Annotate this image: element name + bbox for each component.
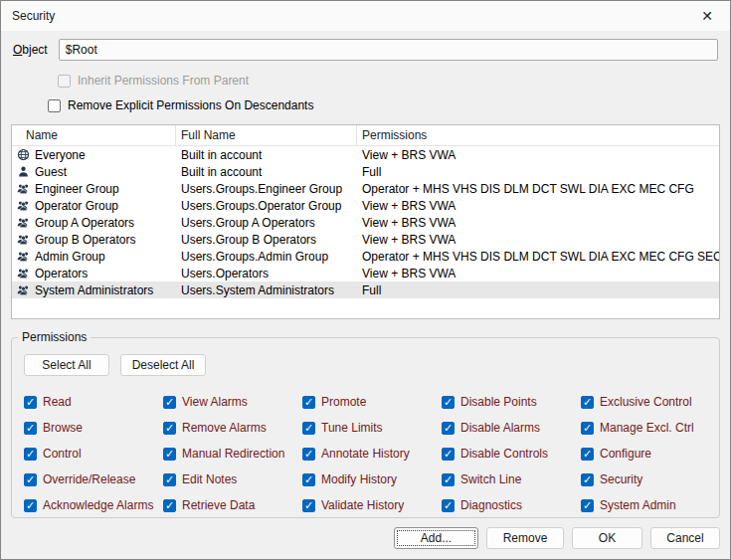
checkbox-icon — [581, 396, 594, 409]
object-input[interactable] — [59, 39, 718, 61]
deselect-all-button[interactable]: Deselect All — [120, 354, 206, 376]
checkbox-icon — [442, 499, 455, 512]
checkbox-icon — [302, 499, 315, 512]
remove-explicit-permissions-checkbox[interactable]: Remove Explicit Permissions On Descendan… — [48, 98, 730, 112]
cancel-button[interactable]: Cancel — [650, 527, 720, 549]
table-row-everyone[interactable]: Everyone Built in account View + BRS VWA — [12, 146, 719, 163]
ok-button[interactable]: OK — [572, 527, 642, 549]
group-icon — [17, 199, 30, 212]
permission-checkbox-diagnostics[interactable]: Diagnostics — [442, 498, 581, 512]
permission-checkbox-annotate-history[interactable]: Annotate History — [302, 447, 442, 461]
group-icon — [17, 182, 30, 195]
checkbox-icon — [24, 448, 37, 461]
checkbox-icon — [442, 422, 455, 435]
group-icon — [17, 283, 30, 296]
group-icon — [17, 250, 30, 263]
checkbox-icon — [24, 499, 37, 512]
permission-checkbox-exclusive-control[interactable]: Exclusive Control — [581, 395, 720, 409]
checkbox-icon — [163, 396, 176, 409]
permissions-grid: Read Browse Control Override/Release Ack… — [24, 389, 719, 518]
column-header-full-name[interactable]: Full Name — [176, 125, 357, 145]
checkbox-icon — [581, 448, 594, 461]
remove-button[interactable]: Remove — [486, 527, 564, 549]
permission-checkbox-disable-controls[interactable]: Disable Controls — [442, 447, 581, 461]
checkbox-icon — [163, 499, 176, 512]
checkbox-icon — [24, 396, 37, 409]
title-bar: Security ✕ — [1, 1, 730, 31]
table-row-operator-group[interactable]: Operator Group Users.Groups.Operator Gro… — [12, 197, 719, 214]
permission-checkbox-retrieve-data[interactable]: Retrieve Data — [163, 498, 302, 512]
globe-icon — [17, 148, 30, 161]
dialog-title: Security — [12, 9, 55, 23]
inherit-permissions-label: Inherit Permissions From Parent — [78, 74, 249, 88]
security-dialog: Security ✕ Object Inherit Permissions Fr… — [0, 0, 731, 560]
permission-checkbox-switch-line[interactable]: Switch Line — [442, 472, 581, 486]
permission-checkbox-control[interactable]: Control — [24, 447, 163, 461]
permissions-group-label: Permissions — [18, 330, 91, 344]
group-icon — [17, 216, 30, 229]
group-icon — [17, 267, 30, 280]
inherit-permissions-checkbox[interactable]: Inherit Permissions From Parent — [58, 74, 730, 88]
person-icon — [17, 165, 30, 178]
accounts-table: Name Full Name Permissions Everyone Buil… — [11, 124, 720, 319]
checkbox-icon — [581, 473, 594, 486]
permission-checkbox-disable-alarms[interactable]: Disable Alarms — [442, 421, 581, 435]
permission-checkbox-view-alarms[interactable]: View Alarms — [163, 395, 302, 409]
checkbox-icon — [24, 473, 37, 486]
permission-checkbox-browse[interactable]: Browse — [24, 421, 163, 435]
checkbox-icon — [163, 422, 176, 435]
footer-buttons: Add... Remove OK Cancel — [1, 527, 720, 549]
checkbox-icon — [581, 422, 594, 435]
column-header-name[interactable]: Name — [12, 125, 176, 145]
checkbox-icon — [163, 448, 176, 461]
table-header: Name Full Name Permissions — [12, 125, 719, 146]
permission-checkbox-configure[interactable]: Configure — [581, 447, 720, 461]
permission-checkbox-disable-points[interactable]: Disable Points — [442, 395, 581, 409]
remove-explicit-permissions-label: Remove Explicit Permissions On Descendan… — [68, 98, 313, 112]
permission-checkbox-modify-history[interactable]: Modify History — [302, 472, 442, 486]
table-row-system-administrators[interactable]: System Administrators Users.System Admin… — [12, 281, 719, 298]
checkbox-icon — [24, 422, 37, 435]
checkbox-icon — [163, 473, 176, 486]
group-icon — [17, 233, 30, 246]
object-row: Object — [13, 39, 718, 61]
permission-checkbox-tune-limits[interactable]: Tune Limits — [302, 421, 442, 435]
checkbox-icon — [581, 499, 594, 512]
checkbox-icon — [442, 396, 455, 409]
checkbox-icon — [48, 99, 61, 112]
checkbox-icon — [442, 473, 455, 486]
checkbox-icon — [302, 422, 315, 435]
checkbox-icon — [302, 448, 315, 461]
permission-checkbox-remove-alarms[interactable]: Remove Alarms — [163, 421, 302, 435]
table-row-group-b-operators[interactable]: Group B Operators Users.Group B Operator… — [12, 231, 719, 248]
permission-checkbox-manage-excl-ctrl[interactable]: Manage Excl. Ctrl — [581, 421, 720, 435]
table-row-guest[interactable]: Guest Built in account Full — [12, 163, 719, 180]
checkbox-icon — [58, 75, 71, 88]
permission-checkbox-manual-redirection[interactable]: Manual Redirection — [163, 447, 302, 461]
table-row-group-a-operators[interactable]: Group A Operators Users.Group A Operator… — [12, 214, 719, 231]
checkbox-icon — [302, 473, 315, 486]
permission-checkbox-acknowledge-alarms[interactable]: Acknowledge Alarms — [24, 498, 163, 512]
permission-checkbox-security[interactable]: Security — [581, 472, 720, 486]
permission-checkbox-override-release[interactable]: Override/Release — [24, 472, 163, 486]
table-row-admin-group[interactable]: Admin Group Users.Groups.Admin Group Ope… — [12, 248, 719, 265]
permission-checkbox-promote[interactable]: Promote — [302, 395, 442, 409]
close-icon[interactable]: ✕ — [684, 1, 730, 31]
permissions-groupbox: Permissions Select All Deselect All Read… — [11, 337, 720, 518]
permission-checkbox-validate-history[interactable]: Validate History — [302, 498, 442, 512]
add-button[interactable]: Add... — [394, 527, 478, 549]
table-row-engineer-group[interactable]: Engineer Group Users.Groups.Engineer Gro… — [12, 180, 719, 197]
checkbox-icon — [302, 396, 315, 409]
object-label: Object — [13, 43, 48, 57]
permission-checkbox-read[interactable]: Read — [24, 395, 163, 409]
select-all-button[interactable]: Select All — [24, 354, 109, 376]
column-header-permissions[interactable]: Permissions — [357, 125, 719, 145]
table-row-operators[interactable]: Operators Users.Operators View + BRS VWA — [12, 265, 719, 281]
permission-checkbox-edit-notes[interactable]: Edit Notes — [163, 472, 302, 486]
checkbox-icon — [442, 448, 455, 461]
permission-checkbox-system-admin[interactable]: System Admin — [581, 498, 720, 512]
